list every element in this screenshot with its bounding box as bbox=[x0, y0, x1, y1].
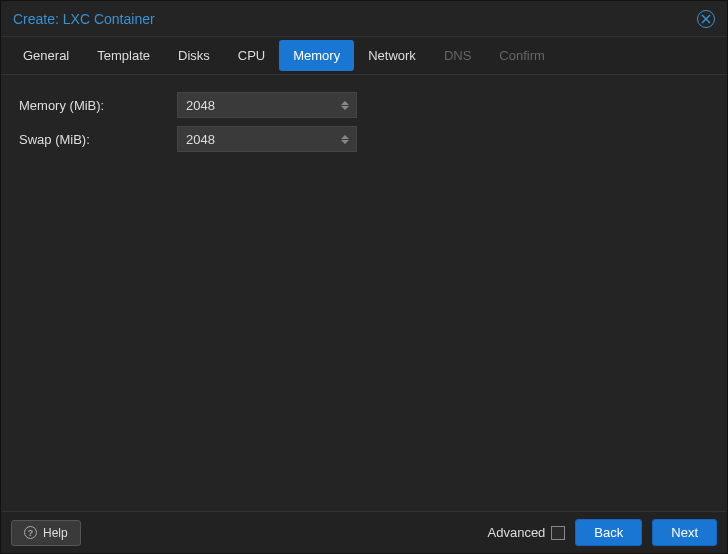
swap-spinner-controls bbox=[334, 127, 356, 151]
memory-spinner-controls bbox=[334, 93, 356, 117]
tab-disks[interactable]: Disks bbox=[164, 40, 224, 71]
tab-memory[interactable]: Memory bbox=[279, 40, 354, 71]
memory-spinner bbox=[177, 92, 357, 118]
tab-cpu[interactable]: CPU bbox=[224, 40, 279, 71]
dialog-header: Create: LXC Container bbox=[1, 1, 727, 37]
tab-confirm: Confirm bbox=[485, 40, 559, 71]
back-button[interactable]: Back bbox=[575, 519, 642, 546]
swap-row: Swap (MiB): bbox=[19, 123, 709, 155]
swap-label: Swap (MiB): bbox=[19, 132, 177, 147]
close-button[interactable] bbox=[697, 10, 715, 28]
advanced-label: Advanced bbox=[488, 525, 546, 540]
help-button[interactable]: ? Help bbox=[11, 520, 81, 546]
memory-row: Memory (MiB): bbox=[19, 89, 709, 121]
memory-label: Memory (MiB): bbox=[19, 98, 177, 113]
tab-general[interactable]: General bbox=[9, 40, 83, 71]
memory-step-down-icon[interactable] bbox=[341, 106, 349, 110]
tab-template[interactable]: Template bbox=[83, 40, 164, 71]
help-label: Help bbox=[43, 526, 68, 540]
content-area: Memory (MiB): Swap (MiB): bbox=[1, 75, 727, 511]
memory-input[interactable] bbox=[177, 92, 357, 118]
close-icon bbox=[701, 14, 711, 24]
swap-step-up-icon[interactable] bbox=[341, 135, 349, 139]
swap-spinner bbox=[177, 126, 357, 152]
memory-step-up-icon[interactable] bbox=[341, 101, 349, 105]
dialog-title: Create: LXC Container bbox=[13, 11, 155, 27]
swap-step-down-icon[interactable] bbox=[341, 140, 349, 144]
tab-bar: General Template Disks CPU Memory Networ… bbox=[1, 37, 727, 75]
advanced-toggle: Advanced bbox=[488, 525, 566, 540]
create-lxc-dialog: Create: LXC Container General Template D… bbox=[0, 0, 728, 554]
next-button[interactable]: Next bbox=[652, 519, 717, 546]
tab-dns: DNS bbox=[430, 40, 485, 71]
advanced-checkbox[interactable] bbox=[551, 526, 565, 540]
help-icon: ? bbox=[24, 526, 37, 539]
dialog-footer: ? Help Advanced Back Next bbox=[1, 511, 727, 553]
footer-right: Advanced Back Next bbox=[488, 519, 717, 546]
tab-network[interactable]: Network bbox=[354, 40, 430, 71]
swap-input[interactable] bbox=[177, 126, 357, 152]
